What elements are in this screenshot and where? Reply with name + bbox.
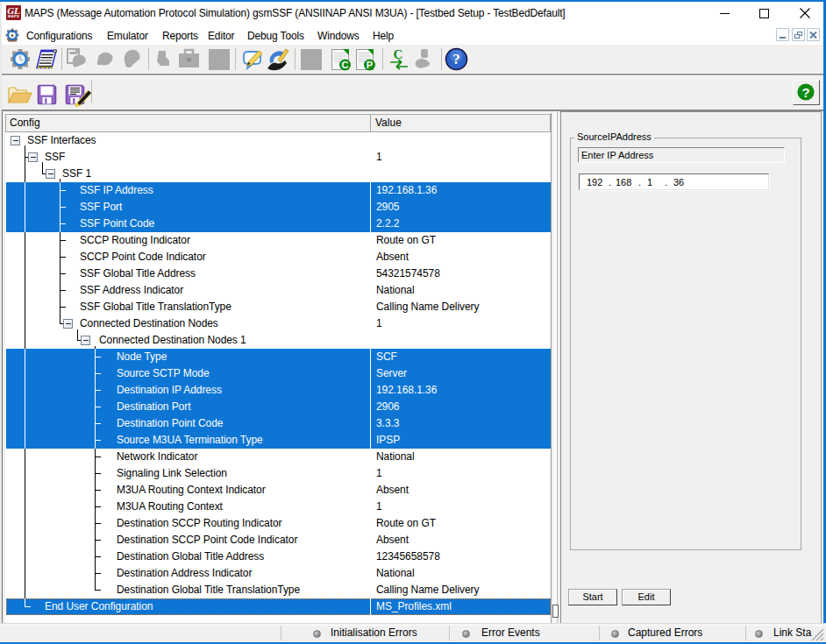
svg-text:P: P xyxy=(367,60,373,70)
svg-text:?: ? xyxy=(452,51,460,67)
svg-text:?: ? xyxy=(801,85,809,100)
svg-text:C: C xyxy=(342,60,349,70)
svg-text:C: C xyxy=(394,47,403,61)
